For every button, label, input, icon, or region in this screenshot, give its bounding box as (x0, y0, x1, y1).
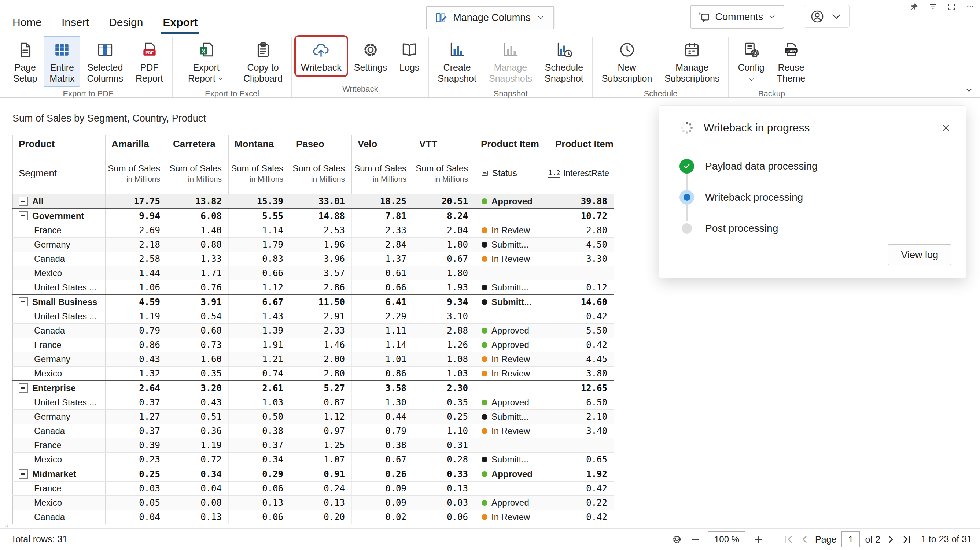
interestrate-cell[interactable]: 2.80 (549, 223, 614, 237)
measure-header[interactable]: Sum of Salesin Millions (229, 153, 290, 194)
row-label-cell[interactable]: France (13, 223, 105, 237)
sales-value-cell[interactable]: 20.51 (414, 194, 475, 209)
sales-value-cell[interactable]: 1.33 (167, 252, 229, 266)
row-label-cell[interactable]: France (13, 438, 105, 452)
sales-value-cell[interactable]: 0.34 (167, 467, 229, 482)
row-label-cell[interactable]: Mexico (13, 366, 105, 381)
collapse-icon[interactable] (19, 297, 28, 306)
sales-value-cell[interactable]: 1.14 (352, 338, 414, 352)
ribbon-button-config[interactable]: Config (733, 36, 769, 86)
sales-value-cell[interactable]: 0.35 (414, 395, 475, 409)
sales-value-cell[interactable]: 15.39 (229, 194, 290, 209)
interestrate-cell[interactable]: 0.42 (549, 510, 614, 524)
interestrate-cell[interactable]: 3.80 (549, 366, 614, 381)
ribbon-button-entire-matrix[interactable]: Entire Matrix (45, 36, 80, 86)
sales-value-cell[interactable]: 1.32 (105, 366, 167, 381)
view-log-button[interactable]: View log (888, 244, 951, 265)
sales-value-cell[interactable]: 0.38 (229, 424, 290, 438)
sales-value-cell[interactable]: 0.13 (290, 495, 352, 510)
sales-value-cell[interactable]: 0.29 (229, 467, 290, 482)
sales-value-cell[interactable]: 1.21 (229, 352, 290, 366)
sales-value-cell[interactable]: 1.37 (352, 252, 414, 266)
status-cell[interactable] (475, 209, 549, 223)
collapse-ribbon-icon[interactable] (964, 85, 974, 95)
sales-value-cell[interactable]: 0.03 (105, 481, 167, 495)
row-label-cell[interactable]: United States ... (13, 309, 105, 323)
sales-value-cell[interactable]: 0.13 (167, 510, 229, 524)
sales-value-cell[interactable]: 0.04 (105, 510, 167, 524)
sales-value-cell[interactable]: 0.50 (229, 409, 290, 424)
close-icon[interactable] (940, 122, 951, 133)
row-label-cell[interactable]: All (13, 194, 105, 209)
status-cell[interactable]: In Review (475, 223, 549, 237)
sales-value-cell[interactable]: 0.28 (414, 452, 475, 467)
sales-value-cell[interactable]: 9.94 (105, 209, 167, 223)
sales-value-cell[interactable]: 1.80 (414, 237, 475, 252)
sales-value-cell[interactable]: 0.61 (352, 266, 414, 280)
sales-value-cell[interactable]: 1.46 (290, 338, 352, 352)
sales-value-cell[interactable]: 1.19 (167, 438, 229, 452)
sales-value-cell[interactable]: 33.01 (290, 194, 352, 209)
sales-value-cell[interactable]: 1.03 (229, 395, 290, 409)
sales-value-cell[interactable]: 0.02 (352, 510, 414, 524)
sales-value-cell[interactable]: 1.44 (105, 266, 167, 280)
sales-value-cell[interactable]: 1.40 (167, 223, 229, 237)
sales-value-cell[interactable]: 1.07 (290, 452, 352, 467)
sales-value-cell[interactable]: 1.80 (414, 266, 475, 280)
ribbon-button-writeback[interactable]: Writeback (296, 36, 347, 75)
sales-value-cell[interactable]: 0.88 (167, 237, 229, 252)
sales-value-cell[interactable]: 2.61 (229, 381, 290, 395)
sales-value-cell[interactable]: 0.86 (105, 338, 167, 352)
sales-value-cell[interactable]: 0.34 (229, 452, 290, 467)
interestrate-column-header[interactable]: 1.2InterestRate (549, 153, 614, 194)
status-cell[interactable]: Submitt... (475, 409, 549, 424)
sales-value-cell[interactable]: 3.10 (414, 309, 475, 323)
sales-value-cell[interactable]: 3.96 (290, 252, 352, 266)
sales-value-cell[interactable]: 0.37 (105, 395, 167, 409)
sales-value-cell[interactable]: 0.25 (414, 409, 475, 424)
sales-value-cell[interactable]: 1.43 (229, 309, 290, 323)
ribbon-button-copy-to-clipboard[interactable]: Copy to Clipboard (238, 36, 288, 86)
sales-value-cell[interactable]: 6.67 (229, 295, 290, 309)
ribbon-button-export-report[interactable]: XExport Report (176, 36, 236, 86)
interestrate-cell[interactable]: 5.50 (549, 323, 614, 338)
row-label-cell[interactable]: Mexico (13, 495, 105, 510)
sales-value-cell[interactable]: 1.93 (414, 280, 475, 295)
collapse-icon[interactable] (19, 197, 28, 206)
sales-value-cell[interactable]: 9.34 (414, 295, 475, 309)
interestrate-cell[interactable]: 0.65 (549, 452, 614, 467)
interestrate-cell[interactable]: 14.60 (549, 295, 614, 309)
sales-value-cell[interactable]: 6.08 (167, 209, 229, 223)
sales-value-cell[interactable]: 7.81 (352, 209, 414, 223)
sales-value-cell[interactable]: 0.51 (167, 409, 229, 424)
collapse-icon[interactable] (19, 469, 28, 479)
sales-value-cell[interactable]: 5.55 (229, 209, 290, 223)
sales-value-cell[interactable]: 1.11 (352, 323, 414, 338)
sales-value-cell[interactable]: 1.12 (229, 280, 290, 295)
sales-value-cell[interactable]: 0.97 (290, 424, 352, 438)
sales-value-cell[interactable]: 0.24 (290, 481, 352, 495)
sales-value-cell[interactable]: 2.91 (290, 309, 352, 323)
interestrate-cell[interactable]: 10.72 (549, 209, 614, 223)
collapse-icon[interactable] (19, 384, 28, 393)
column-header-paseo[interactable]: Paseo (290, 135, 352, 153)
ribbon-button-logs[interactable]: Logs (395, 36, 425, 75)
focus-mode-icon[interactable] (947, 2, 956, 11)
sales-value-cell[interactable]: 2.53 (290, 223, 352, 237)
status-cell[interactable] (475, 266, 549, 280)
measure-header[interactable]: Sum of Salesin Millions (167, 153, 229, 194)
zoom-in-button[interactable] (753, 534, 764, 545)
sales-value-cell[interactable]: 0.79 (105, 323, 167, 338)
status-cell[interactable] (475, 438, 549, 452)
status-cell[interactable] (475, 381, 549, 395)
sales-value-cell[interactable]: 0.87 (290, 395, 352, 409)
ribbon-button-manage-snapshots[interactable]: Manage Snapshots (484, 36, 537, 86)
sales-value-cell[interactable]: 0.13 (414, 481, 475, 495)
sales-value-cell[interactable]: 2.29 (352, 309, 414, 323)
sales-value-cell[interactable]: 0.44 (352, 409, 414, 424)
sales-value-cell[interactable]: 2.58 (105, 252, 167, 266)
interestrate-cell[interactable]: 1.92 (549, 467, 614, 482)
column-header-vtt[interactable]: VTT (414, 135, 475, 153)
sales-value-cell[interactable]: 3.58 (352, 381, 414, 395)
status-cell[interactable]: Submitt... (475, 295, 549, 309)
